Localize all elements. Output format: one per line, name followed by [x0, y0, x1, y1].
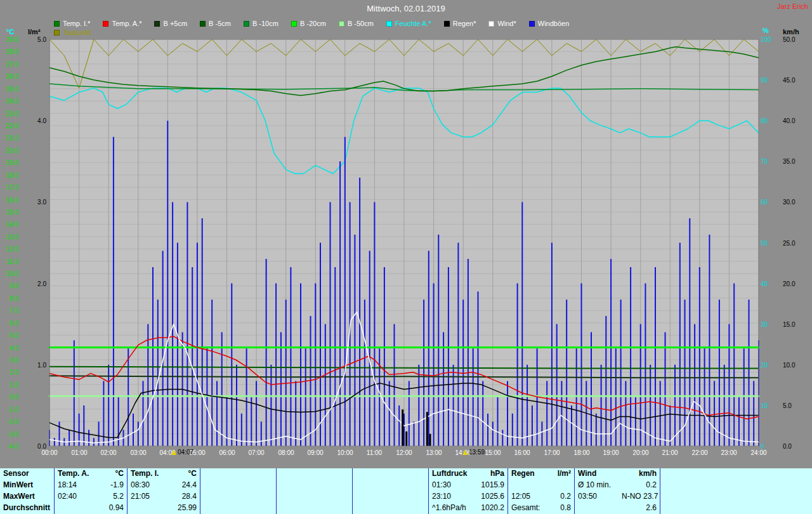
legend-label: Windböen: [538, 20, 570, 27]
y-tick-celsius: -2.0: [0, 418, 20, 425]
stats-cell: [200, 480, 276, 491]
legend-swatch-icon: [244, 21, 249, 27]
y-tick-percent: 40: [761, 280, 780, 287]
legend-swatch-icon: [154, 21, 160, 27]
legend-item-b-20cm: B -20cm: [291, 20, 326, 27]
y-tick-kmh: 10.0: [783, 362, 811, 369]
y-tick-percent: 10: [761, 402, 780, 409]
x-axis-label: 20:00: [632, 449, 648, 456]
y-tick-celsius: 9.0: [0, 282, 20, 289]
stats-cell: 1025.6: [473, 491, 508, 503]
y-tick-celsius: 12.0: [0, 246, 20, 253]
y-tick-celsius: -4.0: [0, 443, 20, 450]
y-tick-percent: 100: [761, 36, 780, 43]
weather-chart-region: Mittwoch, 02.01.2019 Jarz Erich Temp. I.…: [0, 0, 812, 468]
legend-item-b-5cm: B -5cm: [200, 20, 231, 27]
legend-item-b-10cm: B -10cm: [244, 20, 278, 27]
x-axis-label: 12:00: [396, 449, 412, 456]
y-tick-celsius: 29.0: [0, 36, 20, 43]
stats-cell: 0.2: [619, 480, 660, 491]
stats-cell: ^1.6hPa/h: [428, 503, 473, 514]
marker-time-label: 04:07: [178, 449, 193, 456]
stats-cell: [276, 491, 352, 503]
y-tick-celsius: 21.0: [0, 135, 20, 142]
stats-cell: 01:30: [428, 480, 473, 491]
y-tick-celsius: 10.0: [0, 270, 20, 277]
stats-header-cell: [276, 468, 352, 480]
x-axis-label: 22:00: [691, 449, 707, 456]
stats-header-cell: Wind: [574, 468, 619, 480]
stats-header-cell: Luftdruck: [428, 468, 473, 480]
stats-cell: [660, 480, 812, 491]
y-tick-celsius: 17.0: [0, 184, 20, 191]
legend-label: B -5cm: [209, 20, 231, 27]
x-axis-label: 17:00: [544, 449, 560, 456]
legend-label: Taupunkt: [63, 29, 91, 36]
y-tick-percent: 30: [761, 321, 780, 328]
stats-cell: 08:30: [127, 480, 165, 491]
y-tick-celsius: 18.0: [0, 172, 20, 179]
marker-flag-icon: [171, 450, 176, 455]
x-axis-label: 08:00: [278, 449, 294, 456]
stats-header-cell: l/m²: [542, 468, 574, 480]
legend-label: B -10cm: [252, 20, 278, 27]
stats-cell: 21:05: [127, 491, 165, 503]
legend-row-1: Temp. I.*Temp. A.*B +5cmB -5cmB -10cmB -…: [54, 20, 582, 27]
y-tick-celsius: 25.0: [0, 86, 20, 93]
stats-cell: 1015.9: [473, 480, 508, 491]
x-axis-label: 13:00: [426, 449, 442, 456]
y-tick-percent: 20: [761, 362, 780, 369]
stats-header-cell: Sensor: [0, 468, 54, 480]
stats-cell: 18:14: [54, 480, 92, 491]
stats-cell: 0.2: [542, 491, 574, 503]
y-tick-kmh: 50.0: [783, 36, 811, 43]
y-tick-celsius: 11.0: [0, 258, 20, 265]
legend-item-windb-en: Windböen: [529, 20, 570, 27]
stats-header-cell: °C: [165, 468, 200, 480]
stats-cell: [660, 503, 812, 514]
legend-item-b-5cm: B +5cm: [154, 20, 187, 27]
y-tick-liter: 1.0: [25, 362, 48, 369]
x-axis-label: 03:00: [130, 449, 146, 456]
stats-cell: [352, 491, 428, 503]
stats-cell: 02:40: [54, 491, 92, 503]
y-tick-kmh: 0.0: [783, 443, 811, 450]
legend-swatch-icon: [488, 21, 494, 27]
time-marker: 13:59: [462, 449, 485, 456]
y-tick-celsius: 23.0: [0, 110, 20, 117]
stats-cell: [54, 503, 92, 514]
marker-flag-icon: [462, 450, 468, 455]
legend-label: Feuchte A.*: [395, 20, 431, 27]
stats-header-cell: [352, 468, 428, 480]
x-axis-label: 18:00: [573, 449, 589, 456]
x-axis-label: 11:00: [367, 449, 382, 456]
y-tick-liter: 2.0: [25, 280, 48, 287]
legend-label: Temp. A.*: [112, 20, 141, 27]
stats-cell: 1020.2: [473, 503, 508, 514]
stats-cell: 5.2: [92, 491, 127, 503]
y-tick-percent: 70: [761, 158, 780, 165]
stats-cell: [508, 480, 542, 491]
legend-label: Regen*: [453, 20, 476, 27]
stats-cell: [200, 491, 276, 503]
stats-cell: 24.4: [165, 480, 200, 491]
stats-cell: [127, 503, 165, 514]
stats-header-cell: Regen: [508, 468, 542, 480]
x-axis-label: 23:00: [721, 449, 737, 456]
stats-cell: 12:05: [508, 491, 542, 503]
legend-label: Wind*: [497, 20, 516, 27]
legend-item-b-50cm: B -50cm: [339, 20, 374, 27]
unit-label-kmh: km/h: [783, 28, 799, 36]
y-tick-celsius: 22.0: [0, 122, 20, 129]
unit-label-celsius: °C: [6, 28, 14, 36]
stats-header-cell: Temp. I.: [127, 468, 165, 480]
y-tick-celsius: -3.0: [0, 431, 20, 438]
legend-label: B -20cm: [300, 20, 326, 27]
legend-swatch-icon: [444, 21, 450, 27]
stats-cell: Durchschnitt: [0, 503, 54, 514]
y-tick-celsius: 14.0: [0, 221, 20, 228]
time-marker: 04:07: [171, 449, 193, 456]
stats-header-cell: [660, 468, 812, 480]
y-tick-celsius: 8.0: [0, 295, 20, 302]
stats-cell: [574, 503, 619, 514]
